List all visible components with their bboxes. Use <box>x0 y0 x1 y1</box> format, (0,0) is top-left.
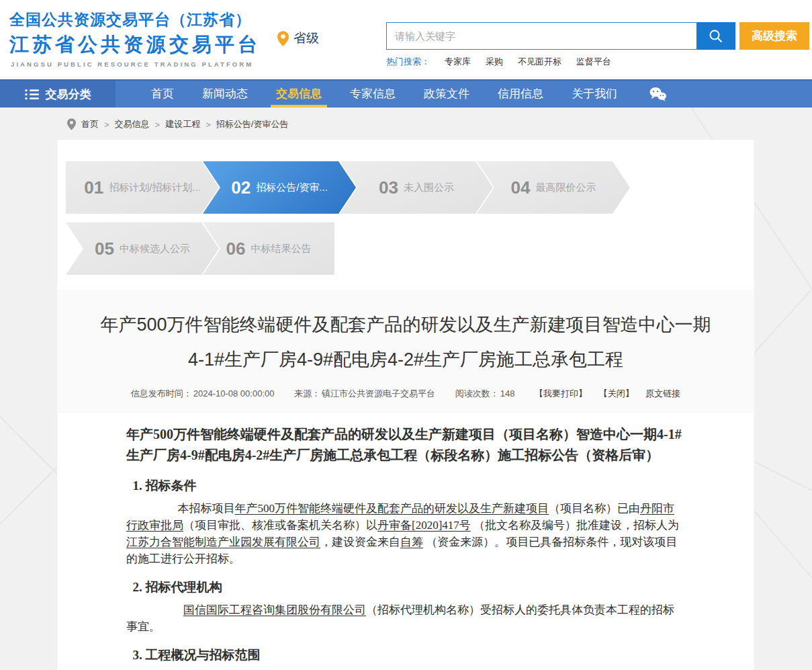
article-title-band: 年产500万件智能终端硬件及配套产品的研发以及生产新建项目智造中心一期4-1#生… <box>57 290 754 413</box>
breadcrumb-current: 招标公告/资审公告 <box>216 118 289 130</box>
step-04-price-ceiling[interactable]: 04 最高限价公示 <box>477 161 630 214</box>
search-row: 高级搜索 <box>386 22 809 50</box>
underlined-text: 丹审备[2020]417号 <box>377 519 471 532</box>
step-number: 02 <box>231 177 251 198</box>
steps-row-1: 01 招标计划/招标计划... 02 招标公告/资审... 03 未入围公示 0… <box>66 161 754 214</box>
announcement-heading: 年产500万件智能终端硬件及配套产品的研发以及生产新建项目（项目名称）智造中心一… <box>126 424 685 466</box>
breadcrumb-home[interactable]: 首页 <box>81 118 99 130</box>
underlined-text: 国信国际工程咨询集团股份有限公司 <box>183 603 366 616</box>
search-icon <box>708 28 724 44</box>
section-2-title: 2. 招标代理机构 <box>126 579 685 596</box>
level-label: 省级 <box>294 30 319 47</box>
hot-search-label: 热门搜索： <box>386 56 430 68</box>
step-label: 最高限价公示 <box>535 181 596 194</box>
breadcrumb-separator: > <box>155 120 161 130</box>
nav-item-about[interactable]: 关于我们 <box>572 81 617 108</box>
breadcrumb: 首页 > 交易信息 > 建设工程 > 招标公告/资审公告 <box>0 108 812 130</box>
search-area: 高级搜索 热门搜索： 专家库 采购 不见面开标 监督平台 <box>386 22 809 68</box>
logo-line1: 全国公共资源交易平台（江苏省） <box>9 9 261 30</box>
trade-category-label: 交易分类 <box>46 87 91 102</box>
section-3-title: 3. 工程概况与招标范围 <box>126 646 685 664</box>
nav-items: 首页 新闻动态 交易信息 专家信息 政策文件 信用信息 关于我们 <box>151 81 667 108</box>
logo-line2: 江苏省公共资源交易平台 <box>9 32 261 58</box>
site-header: 全国公共资源交易平台（江苏省） 江苏省公共资源交易平台 JIANGSU PUBL… <box>0 0 812 79</box>
underlined-text: 年产500万件智能终端硬件及配套产品的研发以及生产新建项目 <box>235 502 549 515</box>
article-meta: 信息发布时间：2024-10-08 00:00:00 来源：镇江市公共资源电子交… <box>97 388 714 400</box>
step-02-tender-announcement[interactable]: 02 招标公告/资审... <box>203 161 356 214</box>
breadcrumb-separator: > <box>206 120 211 130</box>
text: （项目审批、核准或备案机关名称）以 <box>183 519 377 532</box>
step-05-candidate-publicity[interactable]: 05 中标候选人公示 <box>66 222 219 275</box>
step-label: 未入围公示 <box>404 181 454 194</box>
hot-search-link-expert[interactable]: 专家库 <box>445 56 471 68</box>
step-number: 04 <box>511 177 531 198</box>
underlined-text: 自筹 <box>400 536 423 548</box>
site-level: 省级 <box>277 30 319 47</box>
step-03-not-shortlisted[interactable]: 03 未入围公示 <box>340 161 493 214</box>
main-navbar: 交易分类 首页 新闻动态 交易信息 专家信息 政策文件 信用信息 关于我们 <box>0 79 812 108</box>
source: 来源：镇江市公共资源电子交易平台 <box>294 388 435 399</box>
hamburger-icon <box>25 89 40 100</box>
advanced-search-button[interactable]: 高级搜索 <box>739 22 809 50</box>
article-body: 年产500万件智能终端硬件及配套产品的研发以及生产新建项目（项目名称）智造中心一… <box>57 413 754 670</box>
text: 本招标项目 <box>178 502 235 515</box>
breadcrumb-separator: > <box>104 120 109 130</box>
breadcrumb-trade-info[interactable]: 交易信息 <box>115 118 150 130</box>
nav-item-experts[interactable]: 专家信息 <box>350 81 396 108</box>
wechat-icon[interactable] <box>648 81 667 108</box>
section-2-paragraph: 国信国际工程咨询集团股份有限公司（招标代理机构名称）受招标人的委托具体负责本工程… <box>126 601 685 635</box>
hot-search-link-supervision[interactable]: 监督平台 <box>576 56 611 68</box>
step-label: 中标结果公告 <box>251 243 311 255</box>
trade-category-menu[interactable]: 交易分类 <box>0 81 116 108</box>
step-number: 06 <box>226 239 246 259</box>
step-number: 01 <box>84 177 103 198</box>
nav-item-trade-info[interactable]: 交易信息 <box>276 81 322 108</box>
nav-item-policies[interactable]: 政策文件 <box>424 81 469 108</box>
steps-row-2: 05 中标候选人公示 06 中标结果公告 <box>66 222 754 275</box>
step-01-tender-plan[interactable]: 01 招标计划/招标计划... <box>66 161 219 214</box>
search-button[interactable] <box>696 22 735 50</box>
logo-subtitle: JIANGSU PUBLIC RESOURCE TRADING PLATFORM <box>9 60 261 68</box>
text: （批文名称及编号）批准建设，招标人为 <box>471 519 679 532</box>
nav-item-news[interactable]: 新闻动态 <box>202 81 248 108</box>
print-link[interactable]: 【我要打印】 <box>535 388 587 399</box>
site-logo[interactable]: 全国公共资源交易平台（江苏省） 江苏省公共资源交易平台 JIANGSU PUBL… <box>9 9 261 68</box>
step-number: 03 <box>379 177 398 198</box>
publish-time: 信息发布时间：2024-10-08 00:00:00 <box>131 388 275 399</box>
underlined-text: 江苏力合智能制造产业园发展有限公司 <box>126 536 320 548</box>
content-card: 01 招标计划/招标计划... 02 招标公告/资审... 03 未入围公示 0… <box>57 140 754 670</box>
location-pin-icon <box>277 31 289 46</box>
text: （项目名称）已由 <box>549 502 640 515</box>
step-number: 05 <box>95 239 114 259</box>
nav-item-credit[interactable]: 信用信息 <box>498 81 543 108</box>
section-1-title: 1. 招标条件 <box>126 477 685 495</box>
search-input[interactable] <box>386 22 696 50</box>
section-1-paragraph: 本招标项目年产500万件智能终端硬件及配套产品的研发以及生产新建项目（项目名称）… <box>126 500 685 567</box>
nav-item-home[interactable]: 首页 <box>151 81 174 108</box>
breadcrumb-pin-icon <box>67 118 76 130</box>
text: ，建设资金来自 <box>320 536 400 548</box>
process-steps: 01 招标计划/招标计划... 02 招标公告/资审... 03 未入围公示 0… <box>57 140 754 290</box>
original-link[interactable]: 原文链接 <box>645 388 680 399</box>
hot-search-link-procurement[interactable]: 采购 <box>486 56 503 68</box>
step-label: 招标计划/招标计划... <box>109 181 201 194</box>
breadcrumb-construction[interactable]: 建设工程 <box>165 118 200 130</box>
step-label: 中标候选人公示 <box>120 243 190 255</box>
hot-search-row: 热门搜索： 专家库 采购 不见面开标 监督平台 <box>386 56 809 68</box>
hot-search-link-remote-bid[interactable]: 不见面开标 <box>518 56 561 68</box>
view-count: 阅读次数：148 <box>455 388 515 399</box>
step-label: 招标公告/资审... <box>256 181 328 194</box>
article-title: 年产500万件智能终端硬件及配套产品的研发以及生产新建项目智造中心一期4-1#生… <box>97 307 714 377</box>
step-06-result-announcement[interactable]: 06 中标结果公告 <box>203 222 334 275</box>
close-link[interactable]: 【关闭】 <box>599 388 634 399</box>
